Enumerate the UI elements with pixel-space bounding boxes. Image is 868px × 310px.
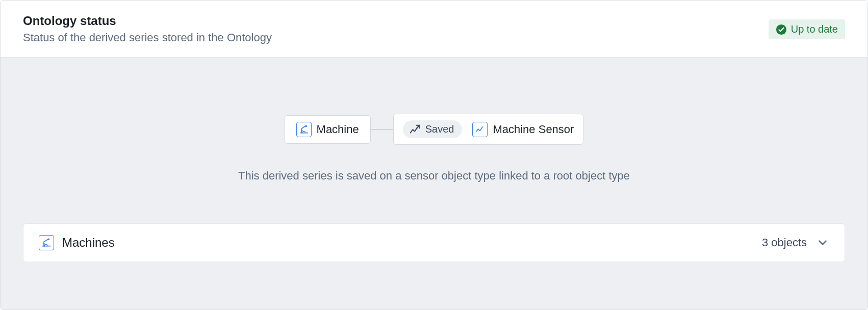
ontology-status-panel: Ontology status Status of the derived se… <box>0 0 868 310</box>
linked-sensor-node[interactable]: Saved Machine Sensor <box>393 114 584 145</box>
panel-subtitle: Status of the derived series stored in t… <box>23 31 272 45</box>
root-object-label: Machine <box>317 123 359 136</box>
chart-arrow-icon <box>409 124 421 135</box>
connector-line <box>371 129 393 130</box>
panel-header: Ontology status Status of the derived se… <box>1 1 867 58</box>
objects-list-left: Machines <box>39 235 115 250</box>
root-object-node[interactable]: Machine <box>285 115 371 144</box>
panel-body: Machine Saved <box>1 58 867 309</box>
saved-state-pill: Saved <box>403 120 463 138</box>
saved-state-label: Saved <box>425 123 454 135</box>
chart-line-icon <box>472 122 488 137</box>
diagram-description: This derived series is saved on a sensor… <box>238 169 630 183</box>
relationship-diagram: Machine Saved <box>285 114 584 145</box>
pumpjack-icon <box>296 122 312 137</box>
header-text: Ontology status Status of the derived se… <box>23 14 272 45</box>
chevron-down-icon[interactable] <box>816 236 829 249</box>
status-badge: Up to date <box>769 19 845 39</box>
check-circle-icon <box>776 24 787 35</box>
objects-count-label: 3 objects <box>762 236 807 249</box>
svg-point-1 <box>305 125 307 126</box>
panel-title: Ontology status <box>23 14 272 29</box>
pumpjack-icon <box>39 235 54 250</box>
svg-point-2 <box>48 239 49 240</box>
objects-group-label: Machines <box>62 236 115 250</box>
linked-sensor-label: Machine Sensor <box>493 123 574 136</box>
objects-list-right: 3 objects <box>762 236 829 249</box>
objects-list-row[interactable]: Machines 3 objects <box>23 223 845 262</box>
status-label: Up to date <box>791 23 838 35</box>
